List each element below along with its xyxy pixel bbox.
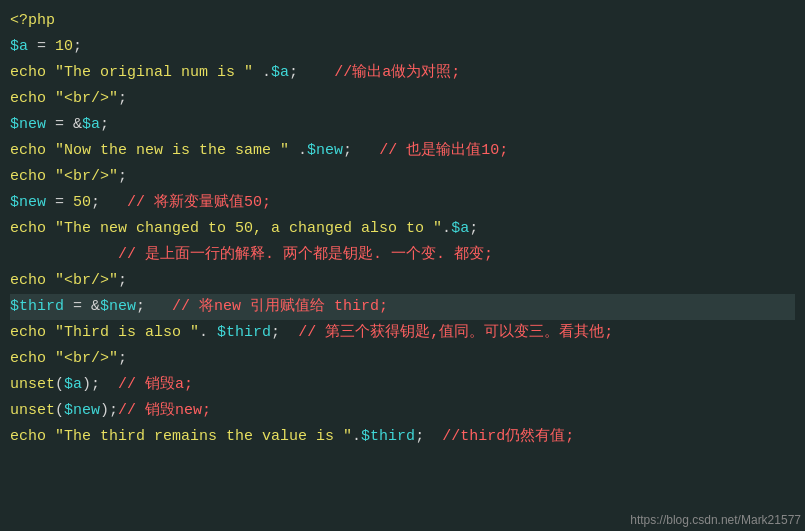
- line-7: echo "<br/>";: [10, 164, 795, 190]
- line-1: <?php: [10, 8, 795, 34]
- line-13: echo "Third is also ". $third; // 第三个获得钥…: [10, 320, 795, 346]
- code-block: <?php $a = 10; echo "The original num is…: [0, 0, 805, 458]
- line-2: $a = 10;: [10, 34, 795, 60]
- watermark: https://blog.csdn.net/Mark21577: [630, 513, 801, 527]
- line-5: $new = &$a;: [10, 112, 795, 138]
- line-14: echo "<br/>";: [10, 346, 795, 372]
- line-16: unset($new);// 销毁new;: [10, 398, 795, 424]
- line-4: echo "<br/>";: [10, 86, 795, 112]
- line-15: unset($a); // 销毁a;: [10, 372, 795, 398]
- line-6: echo "Now the new is the same " .$new; /…: [10, 138, 795, 164]
- line-10: // 是上面一行的解释. 两个都是钥匙. 一个变. 都变;: [10, 242, 795, 268]
- line-9: echo "The new changed to 50, a changed a…: [10, 216, 795, 242]
- line-3: echo "The original num is " .$a; //输出a做为…: [10, 60, 795, 86]
- line-17: echo "The third remains the value is ".$…: [10, 424, 795, 450]
- line-8: $new = 50; // 将新变量赋值50;: [10, 190, 795, 216]
- line-11: echo "<br/>";: [10, 268, 795, 294]
- line-12: $third = &$new; // 将new 引用赋值给 third;: [10, 294, 795, 320]
